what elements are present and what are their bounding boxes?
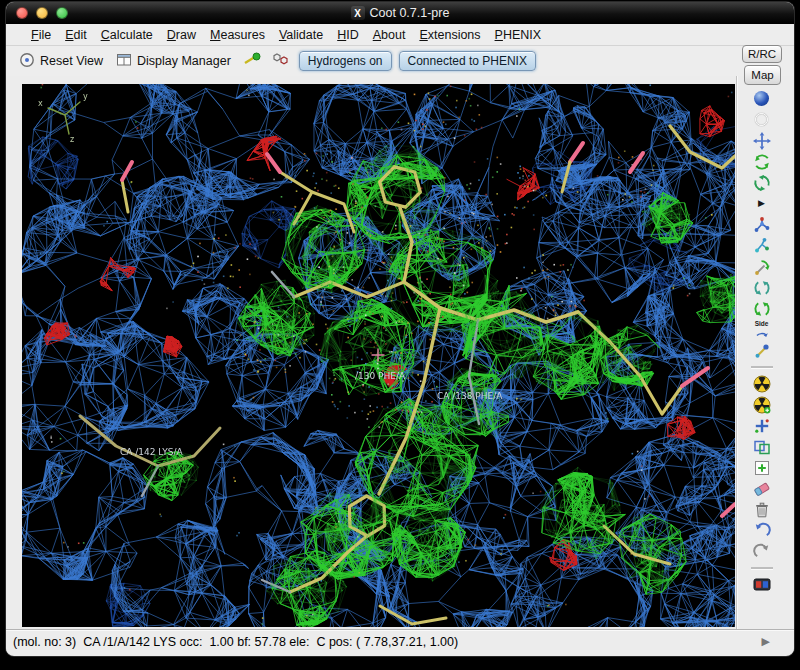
- delete-item-icon[interactable]: [749, 499, 775, 520]
- content-area: ▶Side ▶: [6, 76, 794, 629]
- menu-file[interactable]: File: [24, 26, 58, 44]
- side-chain-flip-icon[interactable]: Side: [749, 319, 775, 340]
- display-manager-icon: [116, 52, 132, 71]
- menubar: File Edit Calculate Draw Measures Valida…: [6, 24, 794, 46]
- titlebar: X Coot 0.7.1-pre: [6, 2, 794, 24]
- redo-icon[interactable]: [749, 541, 775, 562]
- backrub-rotamer-icon[interactable]: [749, 340, 775, 361]
- statusbar: (mol. no: 3) CA /1/A/142 LYS occ: 1.00 b…: [6, 629, 794, 653]
- ligand-builder-button[interactable]: [270, 50, 292, 72]
- refinement-sphere-icon[interactable]: [749, 88, 775, 109]
- minimize-button[interactable]: [36, 7, 48, 19]
- add-alt-conf-icon[interactable]: [749, 436, 775, 457]
- more-tools-arrow-icon[interactable]: ▶: [749, 193, 775, 214]
- close-button[interactable]: [16, 7, 28, 19]
- toolbar-separator: [751, 567, 773, 569]
- modelling-toolbar: ▶Side: [736, 76, 794, 629]
- map-button[interactable]: Map: [744, 65, 781, 85]
- add-terminal-residue-icon[interactable]: [749, 415, 775, 436]
- ligand-builder-icon: [272, 51, 290, 71]
- coot-window: X Coot 0.7.1-pre File Edit Calculate Dra…: [6, 2, 794, 656]
- main-toolbar: Reset View Display Manager Hydrogens on …: [6, 46, 794, 76]
- menu-measures[interactable]: Measures: [203, 26, 272, 44]
- recentring-icon[interactable]: [749, 109, 775, 130]
- run-refmac-icon[interactable]: [749, 373, 775, 394]
- phenix-connection-button[interactable]: Connected to PHENIX: [399, 51, 536, 71]
- reset-view-label: Reset View: [40, 54, 103, 68]
- menu-edit[interactable]: Edit: [58, 26, 94, 44]
- flip-peptide-icon[interactable]: [749, 298, 775, 319]
- auto-fit-rotamer-icon[interactable]: [749, 214, 775, 235]
- menu-validate[interactable]: Validate: [272, 26, 330, 44]
- edit-chi-angles-icon[interactable]: [749, 256, 775, 277]
- r-rc-button[interactable]: R/RC: [742, 45, 782, 63]
- window-controls: [6, 7, 68, 19]
- molecular-viewport[interactable]: [22, 84, 735, 627]
- toolbar-separator: [751, 366, 773, 368]
- reset-view-icon: [19, 52, 35, 71]
- clear-pending-icon[interactable]: [749, 478, 775, 499]
- display-manager-button[interactable]: Display Manager: [113, 50, 234, 73]
- menu-hid[interactable]: HID: [330, 26, 366, 44]
- zoom-button[interactable]: [56, 7, 68, 19]
- real-space-refine-zone-icon[interactable]: [749, 151, 775, 172]
- window-title: Coot 0.7.1-pre: [370, 6, 450, 20]
- torsion-general-icon[interactable]: [749, 277, 775, 298]
- goto-atom-icon: [243, 51, 261, 71]
- reset-view-button[interactable]: Reset View: [16, 50, 106, 73]
- rotamers-icon[interactable]: [749, 235, 775, 256]
- hydrogens-toggle-button[interactable]: Hydrogens on: [299, 51, 392, 71]
- place-atom-icon[interactable]: [749, 457, 775, 478]
- menu-about[interactable]: About: [366, 26, 413, 44]
- stereo-mode-icon[interactable]: [749, 574, 775, 595]
- xquartz-icon: X: [351, 6, 365, 20]
- menu-draw[interactable]: Draw: [160, 26, 203, 44]
- goto-atom-button[interactable]: [241, 50, 263, 72]
- toolbar-overflow-icon[interactable]: ▶: [762, 636, 770, 647]
- regularize-zone-icon[interactable]: [749, 172, 775, 193]
- mutate-residue-icon[interactable]: [749, 394, 775, 415]
- menu-phenix[interactable]: PHENIX: [488, 26, 549, 44]
- undo-icon[interactable]: [749, 520, 775, 541]
- rotate-translate-zone-icon[interactable]: [749, 130, 775, 151]
- menu-calculate[interactable]: Calculate: [94, 26, 160, 44]
- display-manager-label: Display Manager: [137, 54, 231, 68]
- window-title-area: X Coot 0.7.1-pre: [6, 6, 794, 20]
- status-text: (mol. no: 3) CA /1/A/142 LYS occ: 1.00 b…: [13, 635, 458, 649]
- menu-extensions[interactable]: Extensions: [412, 26, 487, 44]
